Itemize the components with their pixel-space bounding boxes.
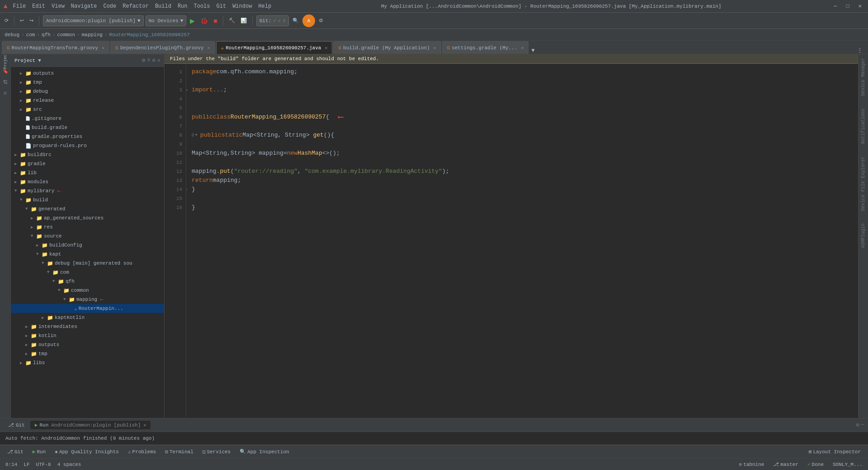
run-button[interactable]: ▶: [188, 16, 197, 25]
tree-item-kapt[interactable]: ▼📁kapt: [11, 250, 164, 259]
code-line-6[interactable]: public class RouterMapping_1695826090257…: [192, 113, 853, 122]
code-line-13[interactable]: return mapping;: [192, 176, 853, 185]
code-line-16[interactable]: }: [192, 203, 853, 212]
tab-1-close[interactable]: ✕: [208, 45, 210, 51]
tab-4-close[interactable]: ✕: [521, 45, 524, 51]
tool-app-inspection[interactable]: 🔍 App Inspection: [236, 448, 292, 456]
tab-2[interactable]: ☕ RouterMapping_1695826090257.java ✕: [216, 41, 333, 54]
asm-plugin-panel[interactable]: ASMPlugin: [861, 222, 866, 250]
menu-code[interactable]: Code: [103, 3, 116, 9]
tree-item-modules[interactable]: ▶📁modules: [11, 177, 164, 186]
tree-item-kotlin[interactable]: ▶📁kotlin: [11, 331, 164, 340]
menu-navigate[interactable]: Navigate: [71, 3, 97, 9]
tab-1[interactable]: G DependenciesPluginQfh.groovy ✕: [110, 41, 215, 54]
tabs-overflow-button[interactable]: ▼: [531, 47, 534, 54]
status-vcs[interactable]: ⎇ master: [771, 461, 800, 468]
status-indent[interactable]: 4 spaces: [56, 461, 83, 468]
search-button[interactable]: 🔍: [291, 17, 301, 24]
menu-build[interactable]: Build: [155, 3, 171, 9]
tree-item-tmp[interactable]: ▶📁tmp: [11, 349, 164, 358]
code-line-7[interactable]: [192, 122, 853, 131]
structure-icon[interactable]: 🏗: [1, 78, 10, 87]
tree-item-qfh[interactable]: ▼📁qfh: [11, 277, 164, 286]
config-dropdown[interactable]: AndroidCommon:plugin [publish] ▼: [43, 15, 144, 26]
tree-item-mylibrary[interactable]: ▼📁mylibrary←: [11, 186, 164, 195]
tree-item-outputs[interactable]: ▶📁outputs: [11, 340, 164, 349]
tree-item-buildsrc[interactable]: ▶📁buildSrc: [11, 150, 164, 159]
build-button[interactable]: 🔨: [227, 17, 237, 24]
code-line-12[interactable]: mapping.put("router://reading", "com.exa…: [192, 167, 853, 176]
menu-file[interactable]: File: [13, 3, 26, 9]
menu-help[interactable]: Help: [258, 3, 271, 9]
menu-run[interactable]: Run: [178, 3, 188, 9]
tab-0-close[interactable]: ✕: [102, 45, 104, 51]
tree-item--gitignore[interactable]: 📄.gitignore: [11, 114, 164, 123]
tree-item-gradle-properties[interactable]: 📄gradle.properties: [11, 132, 164, 141]
status-readonly[interactable]: SONLY_M...: [831, 461, 864, 468]
device-manager-panel[interactable]: Device Manager: [861, 56, 866, 98]
tree-item-build-gradle[interactable]: 📄build.gradle: [11, 123, 164, 132]
menu-edit[interactable]: Edit: [32, 3, 45, 9]
sync-button[interactable]: ⟳: [3, 17, 10, 24]
tree-item-build[interactable]: ▼📁build: [11, 195, 164, 204]
code-line-5[interactable]: [192, 104, 853, 113]
maximize-button[interactable]: □: [844, 2, 852, 10]
code-line-3[interactable]: ▶import ...;: [192, 85, 853, 95]
tool-git[interactable]: ⎇ Git: [4, 448, 27, 456]
tool-terminal[interactable]: ⊡ Terminal: [161, 448, 197, 456]
tree-item-libs[interactable]: ▶📁libs: [11, 358, 164, 367]
tabs-settings-button[interactable]: ⋮: [854, 47, 866, 54]
tree-item-lib[interactable]: ▶📁lib: [11, 168, 164, 177]
breadcrumb-com[interactable]: com: [26, 32, 35, 38]
close-button[interactable]: ✕: [856, 2, 864, 10]
project-icon[interactable]: Project: [1, 56, 10, 65]
redo-button[interactable]: ↪: [28, 17, 35, 24]
code-line-9[interactable]: [192, 140, 853, 149]
menu-view[interactable]: View: [52, 3, 65, 9]
breadcrumb-mapping[interactable]: mapping: [82, 32, 103, 38]
menu-tools[interactable]: Tools: [194, 3, 210, 9]
tree-item-common[interactable]: ▼📁common: [11, 286, 164, 295]
window-controls[interactable]: ─ □ ✕: [831, 2, 864, 10]
tree-item-ap-generated-sources[interactable]: ▶📁ap_generated_sources: [11, 214, 164, 223]
panel-locate-icon[interactable]: ⊙: [142, 57, 145, 64]
tool-problems[interactable]: ⚠ Problems: [124, 448, 160, 456]
bottom-minimize-icon[interactable]: ─: [861, 422, 864, 428]
tree-item-generated[interactable]: ▼📁generated: [11, 204, 164, 214]
notifications-panel[interactable]: Notifications: [861, 107, 866, 146]
breadcrumb-debug[interactable]: debug: [5, 32, 19, 38]
code-line-15[interactable]: [192, 194, 853, 203]
tab-0[interactable]: G RouterMappingTransform.groovy ✕: [2, 41, 109, 54]
tab-4[interactable]: G settings.gradle (My... ✕: [442, 41, 529, 54]
code-line-14[interactable]: ▷}: [192, 185, 853, 194]
status-line-ending[interactable]: LF: [22, 461, 31, 468]
breadcrumb-qfh[interactable]: qfh: [42, 32, 51, 38]
tree-item-proguard-rules-pro[interactable]: 📄proguard-rules.pro: [11, 141, 164, 150]
code-line-4[interactable]: [192, 95, 853, 104]
code-line-1[interactable]: package com.qfh.common.mapping;: [192, 67, 853, 76]
tree-item-com[interactable]: ▼📁com: [11, 268, 164, 277]
tool-app-quality[interactable]: ◈ App Quality Insights: [51, 448, 123, 456]
tab-3-close[interactable]: ✕: [434, 45, 436, 51]
build-variants-icon[interactable]: ⊞: [1, 89, 10, 98]
code-content[interactable]: package com.qfh.common.mapping;▶import .…: [186, 64, 858, 418]
git-dropdown[interactable]: Git: ✓ ✓ ↑: [256, 15, 289, 26]
tree-item-res[interactable]: ▶📁res: [11, 223, 164, 232]
stop-button[interactable]: ■: [212, 16, 219, 25]
code-line-10[interactable]: Map<String,String> mapping = new HashMap…: [192, 149, 853, 158]
panel-settings-icon[interactable]: ⚙: [152, 57, 156, 64]
tab-2-close[interactable]: ✕: [325, 45, 327, 51]
tree-item-release[interactable]: ▶📁release: [11, 96, 164, 105]
tree-item-buildconfig[interactable]: ▶📁buildConfig: [11, 241, 164, 250]
code-line-2[interactable]: [192, 76, 853, 85]
code-line-8[interactable]: @▼ public static Map<String, String> get…: [192, 131, 853, 140]
menu-refactor[interactable]: Refactor: [123, 3, 149, 9]
minimize-button[interactable]: ─: [831, 2, 840, 10]
tree-item-src[interactable]: ▶📁src: [11, 105, 164, 114]
tool-run[interactable]: ▶ Run: [29, 448, 49, 456]
run-tab-close[interactable]: ✕: [143, 423, 146, 428]
user-avatar[interactable]: A: [302, 14, 315, 27]
undo-button[interactable]: ↩: [18, 17, 26, 24]
status-line[interactable]: 6:14: [4, 461, 19, 468]
profile-button[interactable]: 📊: [239, 17, 249, 24]
